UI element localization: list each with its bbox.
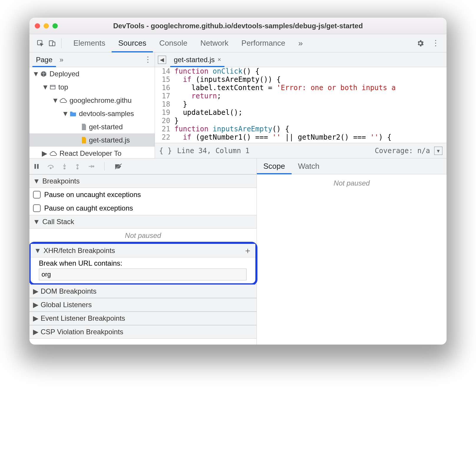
step-over-icon[interactable]: [47, 163, 54, 169]
close-window-button[interactable]: [35, 23, 40, 29]
file-tab-label: get-started.js: [174, 56, 215, 64]
line-number[interactable]: 17: [155, 92, 174, 100]
maximize-window-button[interactable]: [52, 23, 58, 29]
code-line[interactable]: 17 return;: [155, 92, 447, 100]
status-dropdown-icon[interactable]: ▾: [434, 147, 442, 155]
checkbox-icon[interactable]: [33, 191, 41, 198]
svg-point-10: [93, 166, 94, 167]
step-out-icon[interactable]: [75, 163, 80, 170]
panel-tabs: Elements Sources Console Network Perform…: [67, 34, 309, 52]
main-tabbar: Elements Sources Console Network Perform…: [29, 34, 447, 52]
code-line[interactable]: 15 if (inputsAreEmpty()) {: [155, 75, 447, 84]
code-text: if (inputsAreEmpty()) {: [174, 75, 281, 84]
pause-uncaught-row[interactable]: Pause on uncaught exceptions: [29, 188, 257, 201]
cube-icon: [40, 70, 47, 77]
tab-elements[interactable]: Elements: [67, 34, 112, 52]
section-event-breakpoints[interactable]: ▶Event Listener Breakpoints: [29, 312, 257, 325]
tree-domain[interactable]: ▼ googlechrome.githu: [29, 94, 155, 107]
right-pane-tabs: Scope Watch: [257, 158, 447, 174]
section-dom-breakpoints[interactable]: ▶DOM Breakpoints: [29, 284, 257, 298]
code-line[interactable]: 21function inputsAreEmpty() {: [155, 125, 447, 133]
xhr-url-input[interactable]: [39, 269, 247, 280]
code-text: if (getNumber1() === '' || getNumber2() …: [174, 133, 391, 141]
line-number[interactable]: 15: [155, 75, 174, 84]
editor-statusbar: { } Line 34, Column 1 Coverage: n/a ▾: [155, 143, 447, 158]
line-number[interactable]: 19: [155, 108, 174, 117]
scope-panel: Not paused: [257, 174, 447, 345]
tab-network[interactable]: Network: [194, 34, 235, 52]
callstack-empty: Not paused: [29, 229, 257, 243]
tree-deployed[interactable]: ▼ Deployed: [29, 67, 155, 80]
js-file-icon: [81, 137, 87, 143]
close-file-icon[interactable]: ×: [218, 56, 221, 63]
folder-icon: [70, 111, 77, 117]
navigator-overflow[interactable]: »: [60, 56, 63, 64]
minimize-window-button[interactable]: [44, 23, 49, 29]
debugger-toolbar: Scope Watch: [29, 158, 447, 174]
code-line[interactable]: 16 label.textContent = 'Error: one or bo…: [155, 84, 447, 92]
bottom-panes: ▼Breakpoints Pause on uncaught exception…: [29, 174, 447, 345]
code-line[interactable]: 14function onClick() {: [155, 67, 447, 75]
navigator-tab-page[interactable]: Page: [32, 52, 56, 67]
cloud-icon: [49, 150, 57, 156]
line-number[interactable]: 21: [155, 125, 174, 133]
tab-sources[interactable]: Sources: [112, 34, 153, 52]
device-toggle-icon[interactable]: [47, 38, 57, 48]
svg-point-7: [50, 168, 51, 169]
line-number[interactable]: 16: [155, 84, 174, 92]
file-tab-get-started-js[interactable]: get-started.js ×: [170, 52, 224, 67]
devtools-window: DevTools - googlechrome.github.io/devtoo…: [29, 18, 447, 345]
kebab-menu-icon[interactable]: ⋮: [431, 38, 441, 48]
xhr-label: Break when URL contains:: [39, 259, 251, 267]
code-line[interactable]: 18 }: [155, 100, 447, 108]
tabs-overflow[interactable]: »: [292, 34, 309, 52]
window-title: DevTools - googlechrome.github.io/devtoo…: [34, 22, 442, 30]
tab-scope[interactable]: Scope: [257, 158, 292, 174]
tree-react-ext[interactable]: ▶ React Developer To: [29, 147, 155, 158]
code-line[interactable]: 20}: [155, 117, 447, 125]
tree-file-html[interactable]: get-started: [29, 120, 155, 133]
code-line[interactable]: 19 updateLabel();: [155, 108, 447, 117]
code-editor[interactable]: 14function onClick() {15 if (inputsAreEm…: [155, 67, 447, 158]
line-number[interactable]: 14: [155, 67, 174, 75]
checkbox-icon[interactable]: [33, 204, 41, 212]
pretty-print-icon[interactable]: { }: [159, 147, 172, 155]
tab-watch[interactable]: Watch: [292, 158, 326, 174]
tree-folder[interactable]: ▼ devtools-samples: [29, 107, 155, 120]
inspect-element-icon[interactable]: [35, 38, 45, 48]
xhr-highlight: ▼XHR/fetch Breakpoints ＋ Break when URL …: [29, 242, 257, 285]
scope-empty: Not paused: [257, 174, 447, 192]
tab-console[interactable]: Console: [153, 34, 194, 52]
code-text: }: [174, 100, 187, 108]
pause-icon[interactable]: [34, 163, 39, 169]
section-csp-breakpoints[interactable]: ▶CSP Violation Breakpoints: [29, 325, 257, 339]
line-number[interactable]: 22: [155, 133, 174, 141]
show-navigator-icon[interactable]: ◀: [158, 56, 166, 64]
section-callstack[interactable]: ▼Call Stack: [29, 215, 257, 229]
tab-performance[interactable]: Performance: [235, 34, 292, 52]
navigator-menu-icon[interactable]: ⋮: [144, 55, 152, 64]
coverage-label: Coverage: n/a: [375, 147, 430, 155]
line-number[interactable]: 18: [155, 100, 174, 108]
pause-caught-row[interactable]: Pause on caught exceptions: [29, 201, 257, 215]
editor-tabbar: ◀ get-started.js ×: [155, 52, 447, 67]
code-line[interactable]: 22 if (getNumber1() === '' || getNumber2…: [155, 133, 447, 141]
section-global-listeners[interactable]: ▶Global Listeners: [29, 298, 257, 312]
section-xhr[interactable]: ▼XHR/fetch Breakpoints ＋: [31, 244, 255, 257]
tree-file-js[interactable]: get-started.js: [29, 133, 155, 147]
svg-rect-5: [34, 164, 36, 169]
file-navigator[interactable]: ▼ Deployed ▼ top ▼ googlechrome.githu ▼: [29, 67, 155, 158]
code-text: updateLabel();: [174, 108, 242, 117]
line-number[interactable]: 20: [155, 117, 174, 125]
section-breakpoints[interactable]: ▼Breakpoints: [29, 174, 257, 188]
tree-top[interactable]: ▼ top: [29, 80, 155, 94]
settings-gear-icon[interactable]: [415, 38, 425, 48]
svg-point-9: [77, 168, 78, 169]
add-xhr-breakpoint-icon[interactable]: ＋: [244, 245, 252, 256]
debugger-left-column: ▼Breakpoints Pause on uncaught exception…: [29, 174, 257, 345]
step-icon[interactable]: [88, 164, 94, 169]
step-into-icon[interactable]: [62, 163, 67, 170]
code-text: function inputsAreEmpty() {: [174, 125, 289, 133]
deactivate-breakpoints-icon[interactable]: [115, 163, 122, 170]
svg-point-8: [64, 168, 65, 169]
